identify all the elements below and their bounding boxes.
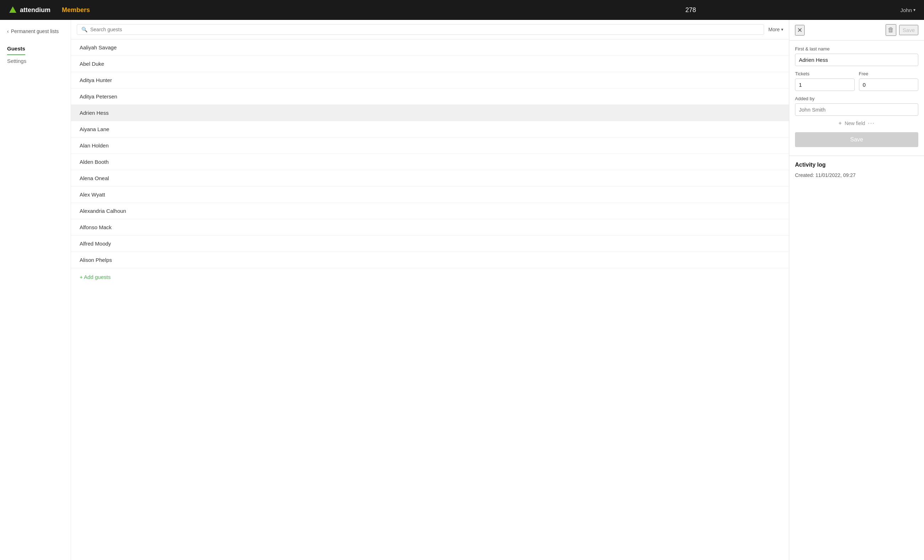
member-count: 278 xyxy=(481,6,900,14)
guest-item[interactable]: Alden Booth xyxy=(71,154,789,170)
tickets-label: Tickets xyxy=(795,71,855,76)
user-chevron-icon: ▾ xyxy=(914,7,915,12)
user-menu[interactable]: John ▾ xyxy=(900,7,915,13)
add-guests-button[interactable]: + Add guests xyxy=(71,268,789,286)
added-by-label: Added by xyxy=(795,96,918,101)
back-label: Permanent guest lists xyxy=(11,28,59,34)
added-by-input[interactable] xyxy=(795,103,918,116)
activity-log-title: Activity log xyxy=(795,162,918,168)
guest-item[interactable]: Alena Oneal xyxy=(71,170,789,187)
logo-text: attendium xyxy=(20,6,51,14)
new-field-button[interactable]: + New field ··· xyxy=(795,116,918,131)
nav-title: Members xyxy=(62,6,481,14)
add-guests-label: + Add guests xyxy=(80,274,111,280)
sidebar: ‹ Permanent guest lists Guests Settings xyxy=(0,20,71,560)
more-options-icon: ··· xyxy=(868,120,874,126)
panel-save-header-button[interactable]: Save xyxy=(899,25,918,35)
new-field-label: New field xyxy=(845,120,866,126)
guest-item[interactable]: Alfonso Mack xyxy=(71,219,789,236)
free-group: Free xyxy=(859,66,919,91)
guest-item[interactable]: Alexandria Calhoun xyxy=(71,203,789,219)
right-panel: ✕ 🗑 Save First & last name Tickets Free xyxy=(789,20,924,560)
guest-area: 🔍 More ▾ Aaliyah Savage Abel Duke Aditya… xyxy=(71,20,789,560)
guest-list: Aaliyah Savage Abel Duke Aditya Hunter A… xyxy=(71,39,789,560)
search-input[interactable] xyxy=(90,27,759,32)
guest-item[interactable]: Aaliyah Savage xyxy=(71,39,789,56)
tickets-row: Tickets Free xyxy=(795,66,918,91)
back-to-permanent-guest-lists[interactable]: ‹ Permanent guest lists xyxy=(0,25,71,37)
save-button[interactable]: Save xyxy=(795,132,918,147)
guest-toolbar: 🔍 More ▾ xyxy=(71,20,789,39)
free-label: Free xyxy=(859,71,919,76)
activity-log-entry: Created: 11/01/2022, 09:27 xyxy=(795,172,918,178)
logo: attendium xyxy=(9,6,51,14)
guest-item[interactable]: Aditya Petersen xyxy=(71,88,789,105)
panel-header: ✕ 🗑 Save xyxy=(789,20,924,40)
save-header-label: Save xyxy=(903,27,915,33)
new-field-plus-icon: + xyxy=(838,120,842,126)
free-input[interactable] xyxy=(859,79,919,91)
back-arrow-icon: ‹ xyxy=(7,28,9,34)
more-chevron-icon: ▾ xyxy=(781,27,783,32)
panel-content: First & last name Tickets Free Added by … xyxy=(789,40,924,153)
close-button[interactable]: ✕ xyxy=(795,25,805,36)
guest-item[interactable]: Alex Wyatt xyxy=(71,187,789,203)
svg-marker-0 xyxy=(9,6,16,13)
sidebar-nav: Guests Settings xyxy=(0,40,71,70)
tickets-group: Tickets xyxy=(795,66,855,91)
more-button[interactable]: More ▾ xyxy=(768,27,783,32)
guest-item[interactable]: Alison Phelps xyxy=(71,252,789,268)
more-label: More xyxy=(768,27,780,32)
trash-icon: 🗑 xyxy=(888,26,894,33)
close-icon: ✕ xyxy=(797,27,802,34)
main-layout: ‹ Permanent guest lists Guests Settings … xyxy=(0,20,924,560)
search-icon: 🔍 xyxy=(81,27,87,32)
sidebar-item-settings[interactable]: Settings xyxy=(7,55,64,67)
activity-log: Activity log Created: 11/01/2022, 09:27 xyxy=(789,156,924,184)
guest-item[interactable]: Abel Duke xyxy=(71,56,789,72)
delete-button[interactable]: 🗑 xyxy=(886,24,896,36)
guest-item-selected[interactable]: Adrien Hess xyxy=(71,105,789,121)
top-navigation: attendium Members 278 John ▾ xyxy=(0,0,924,20)
name-input[interactable] xyxy=(795,54,918,66)
guest-item[interactable]: Alan Holden xyxy=(71,138,789,154)
guest-item[interactable]: Aiyana Lane xyxy=(71,121,789,138)
name-field-label: First & last name xyxy=(795,46,918,51)
guest-item[interactable]: Alfred Moody xyxy=(71,236,789,252)
guest-item[interactable]: Aditya Hunter xyxy=(71,72,789,88)
tickets-input[interactable] xyxy=(795,79,855,91)
save-btn-label: Save xyxy=(850,136,863,142)
sidebar-item-guests[interactable]: Guests xyxy=(7,43,25,55)
user-name: John xyxy=(900,7,912,13)
logo-icon xyxy=(9,6,17,14)
search-box[interactable]: 🔍 xyxy=(77,24,764,35)
